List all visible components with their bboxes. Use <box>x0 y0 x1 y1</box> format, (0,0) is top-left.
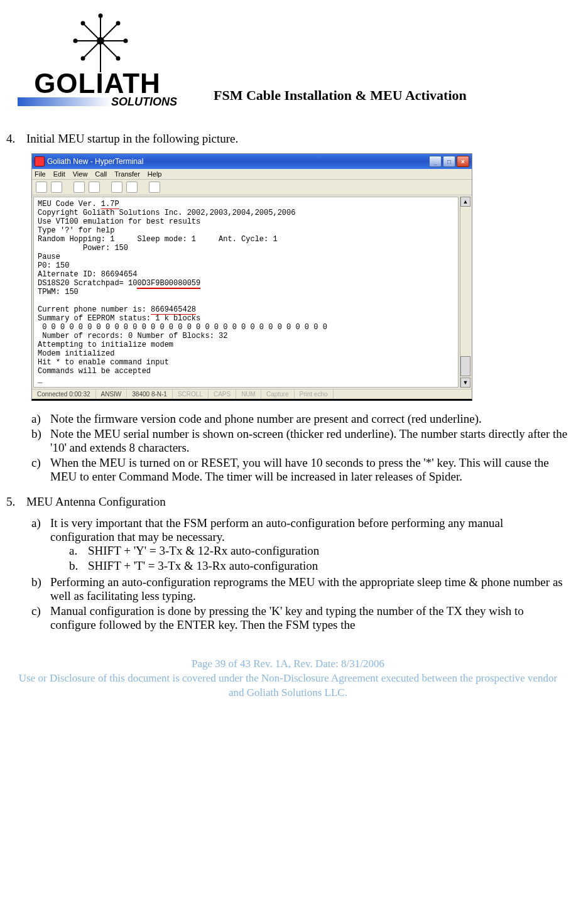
window-title-text: Goliath New - HyperTerminal <box>47 157 143 166</box>
scroll-up-icon[interactable]: ▲ <box>460 197 470 207</box>
toolbar-receive-icon[interactable] <box>126 182 138 193</box>
status-echo: Print echo <box>295 389 334 399</box>
toolbar-new-icon[interactable] <box>36 182 47 193</box>
firmware-version: 1.7P <box>101 200 119 209</box>
menubar: File Edit View Call Transfer Help <box>32 169 472 180</box>
status-emulation: ANSIW <box>96 389 128 399</box>
maximize-button[interactable]: □ <box>443 156 455 167</box>
scrollbar[interactable]: ▲ ▼ <box>460 197 470 388</box>
note-text: SHIFT + 'T' = 3-Tx & 13-Rx auto-configur… <box>88 559 570 573</box>
note-marker: b) <box>31 427 50 455</box>
toolbar-send-icon[interactable] <box>111 182 122 193</box>
toolbar-open-icon[interactable] <box>51 182 62 193</box>
note-text: Performing an auto-configuration reprogr… <box>50 575 570 603</box>
note-marker: c) <box>31 604 50 632</box>
step-text: MEU Antenna Configuration <box>26 495 570 509</box>
toolbar-hangup-icon[interactable] <box>89 182 100 193</box>
svg-point-14 <box>82 57 85 60</box>
step-text: Initial MEU startup in the following pic… <box>26 132 570 146</box>
status-settings: 38400 8-N-1 <box>127 389 173 399</box>
terminal-output: MEU Code Ver. 1.7P Copyright Goliath Sol… <box>33 197 459 388</box>
note-text: It is very important that the FSM perfor… <box>50 516 570 544</box>
svg-point-12 <box>82 22 85 25</box>
menu-file[interactable]: File <box>35 170 46 178</box>
toolbar <box>32 180 472 195</box>
toolbar-call-icon[interactable] <box>73 182 85 193</box>
note-marker: a) <box>31 516 50 574</box>
svg-text:GOLIATH: GOLIATH <box>34 68 161 99</box>
svg-line-5 <box>83 23 101 41</box>
scroll-thumb[interactable] <box>460 356 470 376</box>
svg-point-15 <box>117 57 120 60</box>
status-caps: CAPS <box>209 389 236 399</box>
status-connected: Connected 0:00:32 <box>32 389 96 399</box>
note-text: Manual configuration is done by pressing… <box>50 604 570 632</box>
step-number: 5. <box>6 495 26 509</box>
footer-line1: Page 39 of 43 Rev. 1A, Rev. Date: 8/31/2… <box>11 657 565 671</box>
footer-line2: Use or Disclosure of this document is co… <box>11 671 565 700</box>
note-text: When the MEU is turned on or RESET, you … <box>50 456 570 484</box>
goliath-logo: GOLIATH SOLUTIONS <box>6 13 188 110</box>
menu-call[interactable]: Call <box>95 170 107 178</box>
svg-point-11 <box>124 40 128 43</box>
note-text: Note the MEU serial number is shown on-s… <box>50 427 570 455</box>
svg-point-13 <box>117 22 120 25</box>
status-num: NUM <box>236 389 261 399</box>
status-scroll: SCROLL <box>173 389 209 399</box>
statusbar: Connected 0:00:32 ANSIW 38400 8-N-1 SCRO… <box>32 389 472 399</box>
menu-help[interactable]: Help <box>148 170 162 178</box>
minimize-button[interactable]: _ <box>429 156 442 167</box>
note-text: Note the firmware version code and phone… <box>50 412 570 426</box>
phone-number: 8669465428 <box>151 305 196 315</box>
note-marker: b. <box>69 559 88 573</box>
page-title: FSM Cable Installation & MEU Activation <box>214 87 467 110</box>
svg-point-9 <box>99 14 102 18</box>
menu-transfer[interactable]: Transfer <box>114 170 140 178</box>
toolbar-props-icon[interactable] <box>149 182 160 193</box>
svg-rect-17 <box>18 97 112 106</box>
status-capture: Capture <box>261 389 295 399</box>
note-text: SHIFT + 'Y' = 3-Tx & 12-Rx auto-configur… <box>88 544 570 558</box>
svg-point-10 <box>74 40 77 43</box>
note-marker: a) <box>31 412 50 426</box>
menu-edit[interactable]: Edit <box>53 170 65 178</box>
meu-serial: 0D3F9B00080059 <box>137 279 200 289</box>
app-icon <box>35 156 45 166</box>
step-number: 4. <box>6 132 26 146</box>
hyperterminal-window: Goliath New - HyperTerminal _ □ × File E… <box>31 153 472 401</box>
svg-line-6 <box>101 23 118 41</box>
note-marker: b) <box>31 575 50 603</box>
svg-text:SOLUTIONS: SOLUTIONS <box>111 95 177 108</box>
svg-line-8 <box>101 41 118 58</box>
note-marker: a. <box>69 544 88 558</box>
note-marker: c) <box>31 456 50 484</box>
titlebar: Goliath New - HyperTerminal _ □ × <box>32 154 472 169</box>
footer: Page 39 of 43 Rev. 1A, Rev. Date: 8/31/2… <box>6 657 570 700</box>
scroll-down-icon[interactable]: ▼ <box>460 378 470 388</box>
menu-view[interactable]: View <box>73 170 88 178</box>
close-button[interactable]: × <box>457 156 469 167</box>
svg-line-7 <box>83 41 101 58</box>
